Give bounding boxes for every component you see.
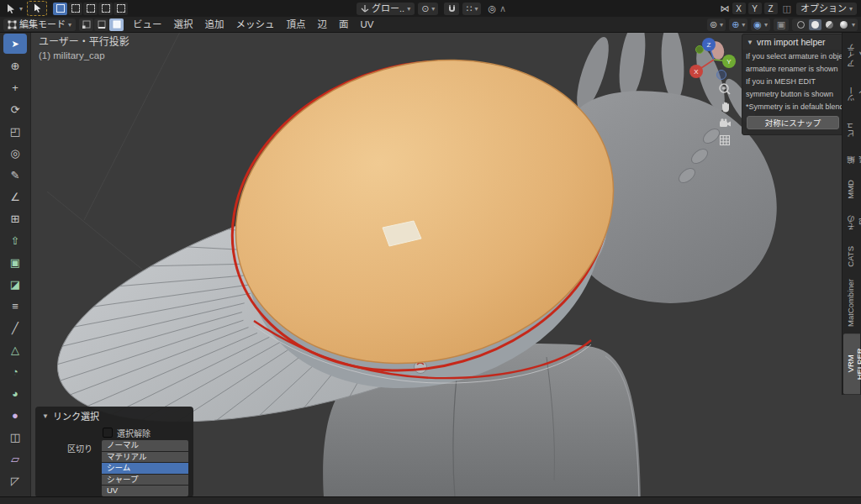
snap-to-symmetry-button[interactable]: 対称にスナップ — [747, 116, 839, 129]
tool-rip-region[interactable]: ◸ — [3, 470, 27, 491]
help-line-1: armature renamer is shown — [742, 62, 843, 75]
delimit-options-list: ノーマルマテリアルシームシャープUV — [102, 440, 188, 497]
mirror-z-button[interactable]: Z — [764, 3, 778, 14]
tool-scale[interactable]: ◰ — [3, 121, 27, 141]
vertex-select-mode-button[interactable] — [79, 18, 93, 31]
transform-orientation-dropdown[interactable]: グロー.. ▾ — [357, 3, 415, 15]
shading-material-button[interactable] — [823, 19, 836, 30]
status-bar — [0, 496, 861, 504]
sidebar-tab-cats[interactable]: CATS — [843, 241, 860, 272]
gizmo-y-label: Y — [726, 58, 732, 66]
orientation-label: グロー.. — [372, 3, 404, 15]
tool-measure[interactable]: ∠ — [3, 186, 27, 207]
shading-rendered-button[interactable] — [837, 19, 850, 30]
tool-cursor[interactable]: ⊕ — [3, 55, 27, 76]
options-dropdown[interactable]: オプション ▾ — [796, 3, 857, 15]
menu-item-0[interactable]: ビュー — [127, 17, 168, 32]
select-option-extend[interactable] — [68, 3, 82, 15]
mode-selector-dropdown[interactable]: 編集モード ▾ — [3, 18, 76, 31]
delimit-label: 区切り — [67, 442, 92, 454]
delimit-option-マテリアル[interactable]: マテリアル — [102, 452, 188, 463]
select-option-invert[interactable] — [98, 3, 113, 15]
mirror-y-button[interactable]: Y — [748, 3, 762, 14]
tool-transform[interactable]: ◎ — [3, 143, 27, 163]
operator-panel-header[interactable]: ▼ リンク選択 — [35, 407, 193, 425]
menu-item-6[interactable]: 面 — [333, 17, 355, 32]
proportional-editing-icon[interactable]: ◎ — [488, 4, 496, 13]
panel-header[interactable]: ▼ vrm import helper — [742, 34, 843, 50]
camera-view-button[interactable] — [716, 115, 734, 132]
operator-panel-title: リンク選択 — [53, 409, 99, 423]
face-select-mode-button[interactable] — [109, 18, 124, 31]
sidebar-tab-その他[interactable]: その他 — [843, 206, 860, 239]
tool-spin[interactable]: ◔ — [3, 361, 27, 381]
chevron-down-icon: ▾ — [742, 18, 745, 31]
help-line-3: symmetry button is shown — [742, 87, 843, 100]
select-option-new[interactable] — [53, 3, 67, 15]
snap-symmetry-icon[interactable]: ◫ — [783, 4, 791, 13]
object-visibility-dropdown[interactable]: ⊚ ▾ — [707, 18, 726, 31]
zoom-button[interactable] — [716, 81, 734, 97]
tool-knife[interactable]: ╱ — [3, 318, 27, 338]
deselect-label: 選択解除 — [117, 427, 151, 439]
delimit-option-ノーマル[interactable]: ノーマル — [102, 440, 188, 451]
sidebar-tab-mmd[interactable]: MMD — [843, 175, 860, 204]
xray-toggle-button[interactable]: ▣ — [774, 18, 789, 31]
sidebar-tab-編集[interactable]: 編集 — [843, 148, 860, 174]
proportional-falloff-icon[interactable]: ∧ — [499, 4, 506, 13]
delimit-option-シャープ[interactable]: シャープ — [102, 475, 188, 486]
tool-poly-build[interactable]: △ — [3, 339, 27, 360]
pivot-point-dropdown[interactable]: ⊙ ▾ — [418, 3, 438, 15]
gizmo-neg-z-axis[interactable] — [717, 71, 726, 80]
select-option-intersect[interactable] — [114, 3, 128, 15]
tool-smooth[interactable]: ◕ — [3, 383, 27, 403]
menu-item-7[interactable]: UV — [355, 17, 380, 32]
tool-shear[interactable]: ▱ — [3, 449, 27, 469]
panel-help-lines: If you select armature in object mo..arm… — [742, 50, 843, 113]
sidebar-tab-vrm-helper[interactable]: VRM HELPER — [843, 333, 860, 394]
sidebar-tab-matcombiner[interactable]: MatCombiner — [843, 274, 860, 332]
tool-rotate[interactable]: ⟳ — [3, 99, 27, 119]
snap-target-dropdown[interactable]: ∷ ▾ — [462, 3, 481, 15]
pan-hand-button[interactable] — [716, 98, 734, 115]
active-object-label: (1) military_cap — [39, 49, 129, 62]
menu-item-1[interactable]: 選択 — [168, 17, 199, 32]
blender-window: { "colors": { "accent_blue": "#4772b3", … — [0, 0, 861, 504]
menu-item-2[interactable]: 追加 — [199, 17, 230, 32]
gizmo-icon: ⊕ — [732, 20, 739, 29]
tool-bevel[interactable]: ◪ — [3, 274, 27, 294]
shading-solid-button[interactable] — [809, 19, 821, 30]
mirror-x-button[interactable]: X — [732, 3, 746, 14]
tool-extrude-region[interactable]: ⇧ — [3, 230, 27, 250]
sidebar-tab-ビュー[interactable]: ビュー — [843, 113, 860, 146]
tool-loop-cut[interactable]: ≡ — [3, 296, 27, 316]
delimit-option-UV[interactable]: UV — [102, 486, 188, 496]
tool-edge-slide[interactable]: ◫ — [3, 427, 27, 447]
delimit-option-シーム[interactable]: シーム — [102, 463, 188, 474]
viewport-navigation-gizmo[interactable]: Z Y X — [688, 35, 740, 86]
tool-annotate[interactable]: ✎ — [3, 165, 27, 185]
tool-move[interactable]: + — [3, 77, 27, 97]
tool-add-cube[interactable]: ⊞ — [3, 208, 27, 228]
toggle-grid-button[interactable] — [716, 132, 734, 149]
box-select-icon — [56, 4, 65, 13]
snap-toggle-button[interactable] — [444, 3, 459, 15]
tool-select-box[interactable]: ➤ — [3, 34, 27, 54]
menu-item-3[interactable]: メッシュ — [230, 17, 281, 32]
gizmo-neg-y-axis[interactable] — [696, 46, 704, 54]
menu-item-4[interactable]: 頂点 — [281, 17, 312, 32]
tool-inset-faces[interactable]: ▣ — [3, 252, 27, 272]
deselect-checkbox[interactable] — [103, 428, 113, 438]
sidebar-tab-ツール[interactable]: ツール — [843, 77, 860, 111]
select-option-subtract[interactable] — [83, 3, 98, 15]
active-tool-button[interactable] — [27, 1, 47, 16]
editor-type-selector[interactable]: ▾ — [4, 3, 24, 15]
shading-wireframe-button[interactable] — [795, 19, 807, 30]
mirror-icon: ⋈ — [721, 4, 730, 13]
gizmos-dropdown[interactable]: ⊕ ▾ — [729, 18, 747, 31]
sidebar-tab-アイテム[interactable]: アイテム — [843, 34, 860, 76]
overlays-dropdown[interactable]: ◉ ▾ — [751, 18, 770, 31]
tool-to-sphere[interactable]: ● — [3, 405, 27, 425]
edge-select-mode-button[interactable] — [94, 18, 108, 31]
menu-item-5[interactable]: 辺 — [312, 17, 334, 32]
